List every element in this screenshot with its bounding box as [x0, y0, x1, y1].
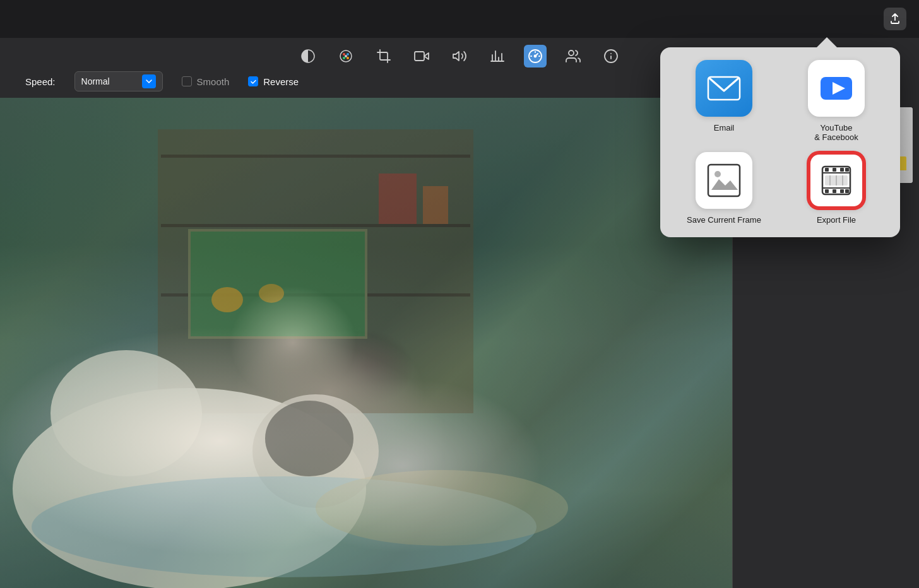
- speed-label: Speed:: [25, 76, 56, 87]
- stats-tool[interactable]: [486, 45, 509, 68]
- svg-rect-43: [708, 165, 740, 196]
- dropdown-arrow: [142, 74, 156, 88]
- export-label: Export File: [817, 215, 856, 225]
- svg-point-16: [569, 50, 574, 56]
- svg-rect-25: [189, 230, 366, 338]
- share-email-item[interactable]: Email: [673, 60, 775, 142]
- svg-point-32: [50, 350, 202, 476]
- share-grid: Email YouTube& Facebook: [673, 60, 887, 225]
- video-area: [0, 98, 732, 588]
- svg-point-36: [316, 470, 568, 546]
- frame-label: Save Current Frame: [687, 215, 761, 225]
- share-popup: Email YouTube& Facebook: [660, 47, 900, 237]
- svg-point-2: [343, 53, 345, 56]
- speed-dropdown[interactable]: Normal: [74, 71, 163, 91]
- toolbar-top: [0, 0, 919, 38]
- volume-tool[interactable]: [448, 45, 471, 68]
- svg-rect-30: [423, 186, 448, 224]
- email-icon-wrapper: [696, 60, 752, 117]
- people-tool[interactable]: [562, 45, 584, 68]
- svg-rect-48: [825, 168, 829, 172]
- svg-rect-8: [415, 52, 424, 61]
- email-label: Email: [714, 123, 735, 132]
- svg-rect-51: [845, 168, 849, 172]
- video-background: [0, 98, 732, 588]
- svg-point-4: [343, 57, 345, 59]
- reverse-checkbox[interactable]: [248, 76, 258, 86]
- svg-rect-54: [840, 189, 844, 193]
- reverse-label: Reverse: [263, 76, 299, 87]
- svg-rect-29: [379, 173, 417, 224]
- popup-arrow: [817, 37, 837, 47]
- svg-marker-9: [453, 52, 459, 61]
- crop-tool[interactable]: [372, 45, 395, 68]
- svg-point-34: [265, 401, 353, 476]
- svg-marker-7: [424, 53, 429, 59]
- share-youtube-item[interactable]: YouTube& Facebook: [785, 60, 887, 142]
- svg-rect-49: [833, 168, 836, 172]
- svg-point-15: [535, 55, 537, 57]
- svg-rect-55: [845, 189, 849, 193]
- svg-rect-22: [161, 155, 470, 158]
- svg-point-5: [347, 57, 349, 59]
- camera-tool[interactable]: [410, 45, 433, 68]
- smooth-checkbox-group[interactable]: Smooth: [182, 76, 230, 87]
- export-icon-wrapper: [808, 152, 865, 209]
- svg-rect-23: [161, 224, 470, 227]
- svg-rect-52: [825, 189, 829, 193]
- smooth-checkbox[interactable]: [182, 76, 192, 86]
- svg-point-28: [259, 284, 284, 303]
- smooth-label: Smooth: [197, 76, 230, 87]
- svg-rect-50: [840, 168, 844, 172]
- youtube-icon-wrapper: [808, 60, 865, 117]
- info-tool[interactable]: [600, 45, 622, 68]
- share-button[interactable]: [884, 8, 906, 30]
- svg-point-27: [211, 287, 243, 312]
- frame-icon-wrapper: [696, 152, 752, 209]
- svg-rect-53: [833, 189, 836, 193]
- share-export-item[interactable]: Export File: [785, 152, 887, 225]
- speed-tool[interactable]: [524, 45, 547, 68]
- reverse-checkbox-group[interactable]: Reverse: [248, 76, 299, 87]
- speed-value: Normal: [81, 76, 137, 86]
- svg-point-44: [714, 171, 721, 177]
- svg-point-3: [347, 53, 349, 56]
- color-correction-tool[interactable]: [297, 45, 319, 68]
- youtube-label: YouTube& Facebook: [814, 123, 858, 142]
- svg-point-6: [345, 55, 347, 57]
- color-palette-tool[interactable]: [335, 45, 357, 68]
- share-frame-item[interactable]: Save Current Frame: [673, 152, 775, 225]
